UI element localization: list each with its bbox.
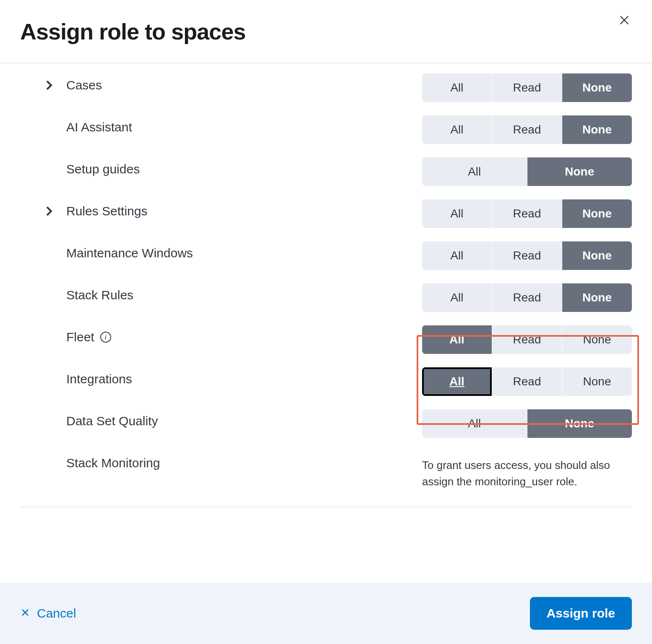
row-options-column: AllReadNone <box>422 241 632 270</box>
privilege-toggle-group: AllNone <box>422 409 632 438</box>
privilege-row: AI AssistantAllReadNone <box>45 105 632 147</box>
cancel-label: Cancel <box>37 606 76 620</box>
row-options-column: AllReadNone <box>422 325 632 354</box>
info-icon[interactable]: i <box>100 332 111 343</box>
close-button[interactable] <box>617 13 632 30</box>
privilege-row: CasesAllReadNone <box>45 63 632 105</box>
privilege-option-all[interactable]: All <box>422 199 492 228</box>
row-helper-text: To grant users access, you should also a… <box>422 457 632 490</box>
privilege-row: Stack RulesAllReadNone <box>45 273 632 315</box>
cancel-button[interactable]: Cancel <box>20 606 76 620</box>
modal-title: Assign role to spaces <box>20 18 245 45</box>
row-label: Stack Rules <box>66 288 133 302</box>
row-label-wrap: Setup guides <box>45 157 422 181</box>
privilege-option-all[interactable]: All <box>422 115 492 144</box>
row-label-wrap: Cases <box>45 73 422 97</box>
row-options-column: AllReadNone <box>422 73 632 102</box>
row-label-wrap: Rules Settings <box>45 199 422 223</box>
row-label: Integrations <box>66 372 132 386</box>
row-options-column: AllReadNone <box>422 115 632 144</box>
privilege-rows: CasesAllReadNoneAI AssistantAllReadNoneS… <box>20 63 632 490</box>
privilege-toggle-group: AllNone <box>422 157 632 186</box>
privilege-option-read[interactable]: Read <box>492 283 562 312</box>
chevron-right-icon[interactable] <box>45 80 66 91</box>
row-options-column: AllReadNone <box>422 283 632 312</box>
privilege-option-none[interactable]: None <box>562 325 632 354</box>
privilege-row: Setup guidesAllNone <box>45 147 632 189</box>
privilege-toggle-group: AllReadNone <box>422 115 632 144</box>
privilege-row: Stack MonitoringTo grant users access, y… <box>45 441 632 490</box>
privilege-option-none[interactable]: None <box>562 115 632 144</box>
row-label: Data Set Quality <box>66 414 158 428</box>
close-icon <box>20 606 30 620</box>
row-label-wrap: Stack Monitoring <box>45 451 422 475</box>
row-label-wrap: Fleeti <box>45 325 422 349</box>
privilege-option-read[interactable]: Read <box>492 325 562 354</box>
chevron-right-icon[interactable] <box>45 206 66 217</box>
privilege-row: Maintenance WindowsAllReadNone <box>45 231 632 273</box>
privilege-option-read[interactable]: Read <box>492 241 562 270</box>
row-label: Stack Monitoring <box>66 456 160 470</box>
privilege-row: FleetiAllReadNone <box>45 315 632 357</box>
modal-footer: Cancel Assign role <box>0 583 652 644</box>
row-label-wrap: Maintenance Windows <box>45 241 422 265</box>
row-options-column: AllReadNone <box>422 199 632 228</box>
row-label-wrap: AI Assistant <box>45 115 422 139</box>
privilege-toggle-group: AllReadNone <box>422 367 632 396</box>
privilege-option-none[interactable]: None <box>562 73 632 102</box>
privilege-toggle-group: AllReadNone <box>422 325 632 354</box>
row-label: Fleet <box>66 330 94 344</box>
assign-role-button[interactable]: Assign role <box>530 597 632 630</box>
privilege-toggle-group: AllReadNone <box>422 73 632 102</box>
privilege-option-read[interactable]: Read <box>492 73 562 102</box>
privilege-option-none[interactable]: None <box>527 157 632 186</box>
privilege-option-all[interactable]: All <box>422 241 492 270</box>
privilege-option-all[interactable]: All <box>422 157 527 186</box>
row-label: Cases <box>66 78 102 92</box>
privilege-option-read[interactable]: Read <box>492 367 562 396</box>
modal-header: Assign role to spaces <box>0 0 652 63</box>
privilege-toggle-group: AllReadNone <box>422 283 632 312</box>
footer-divider <box>20 507 632 507</box>
row-options-column: AllReadNone <box>422 367 632 396</box>
privilege-option-all[interactable]: All <box>422 73 492 102</box>
privilege-option-all[interactable]: All <box>422 325 492 354</box>
row-label-wrap: Integrations <box>45 367 422 391</box>
privilege-row: IntegrationsAllReadNone <box>45 357 632 399</box>
row-options-column: AllNone <box>422 157 632 186</box>
privilege-option-none[interactable]: None <box>562 367 632 396</box>
privilege-toggle-group: AllReadNone <box>422 199 632 228</box>
privilege-row: Rules SettingsAllReadNone <box>45 189 632 231</box>
privilege-option-all[interactable]: All <box>422 367 492 396</box>
privilege-option-all[interactable]: All <box>422 283 492 312</box>
close-icon <box>618 14 630 29</box>
privilege-option-none[interactable]: None <box>562 241 632 270</box>
row-label-wrap: Data Set Quality <box>45 409 422 433</box>
privilege-row: Data Set QualityAllNone <box>45 399 632 441</box>
row-label: AI Assistant <box>66 120 132 134</box>
privilege-option-none[interactable]: None <box>562 283 632 312</box>
row-label: Setup guides <box>66 162 140 176</box>
row-options-column: To grant users access, you should also a… <box>422 451 632 490</box>
privilege-option-read[interactable]: Read <box>492 199 562 228</box>
row-options-column: AllNone <box>422 409 632 438</box>
row-label-wrap: Stack Rules <box>45 283 422 307</box>
row-label: Maintenance Windows <box>66 246 193 260</box>
privilege-option-none[interactable]: None <box>562 199 632 228</box>
row-label: Rules Settings <box>66 204 147 218</box>
privilege-toggle-group: AllReadNone <box>422 241 632 270</box>
privilege-option-all[interactable]: All <box>422 409 527 438</box>
privilege-option-none[interactable]: None <box>527 409 632 438</box>
privilege-option-read[interactable]: Read <box>492 115 562 144</box>
